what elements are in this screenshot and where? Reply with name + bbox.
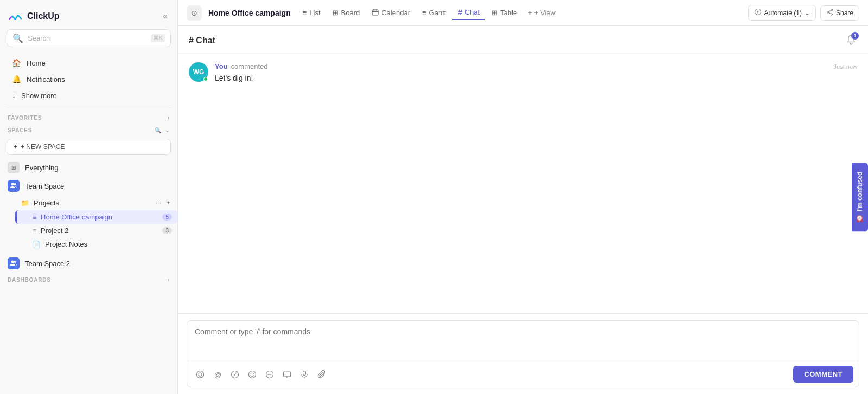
chat-tab-label: Chat [465,8,480,16]
table-tab-icon: ⊞ [492,9,497,17]
doc-icon: 📄 [33,241,41,248]
message-author: You [215,62,228,70]
sidebar-item-notifications[interactable]: 🔔 Notifications [7,71,171,87]
comment-submit-button[interactable]: COMMENT [793,366,853,383]
breadcrumb-title: Home Office campaign [208,9,291,17]
svg-rect-26 [303,371,306,375]
spaces-label: SPACES [8,127,32,133]
svg-rect-23 [284,372,291,377]
sidebar-item-home-office-campaign[interactable]: ≡ Home Office campaign 5 [15,210,177,224]
message-row: WG You commented Just now Let's dig in! [189,62,857,84]
share-button[interactable]: Share [820,5,859,21]
sidebar-item-show-more[interactable]: ↓ Show more [7,87,171,104]
tab-board[interactable]: ⊞ Board [327,6,366,20]
svg-point-2 [11,261,14,263]
tab-add-view[interactable]: + + View [524,6,560,20]
sidebar-collapse-button[interactable]: « [161,9,170,23]
chat-header-row: # Chat 1 [178,26,868,54]
spaces-chevron-icon[interactable]: ⌄ [165,127,170,133]
dashboards-expand-icon: › [168,277,170,283]
breadcrumb-icon: ⊙ [187,5,202,21]
tab-gantt[interactable]: ≡ Gantt [417,6,451,20]
strikethrough-button[interactable] [262,368,277,381]
search-shortcut: ⌘K [151,34,165,42]
confused-label: I'm confused [856,171,864,211]
chat-container: # Chat 1 WG You commented [178,26,868,394]
search-bar[interactable]: 🔍 Search ⌘K [7,29,171,47]
message-time: Just now [834,63,857,70]
gantt-tab-label: Gantt [429,9,446,17]
svg-point-20 [253,373,254,374]
automate-button[interactable]: Automate (1) ⌄ [748,5,816,21]
confused-button[interactable]: ⏰ I'm confused [852,163,868,231]
projects-folder[interactable]: 📁 Projects ··· + [15,195,177,210]
message-text: Let's dig in! [215,73,857,84]
sidebar-item-project-notes[interactable]: 📄 Project Notes [15,237,177,251]
slash-command-button[interactable] [227,368,242,381]
sidebar-item-home[interactable]: 🏠 Home [7,55,171,71]
search-icon: 🔍 [12,33,23,43]
folder-add-btn[interactable]: + [165,198,172,208]
sidebar: ClickUp « 🔍 Search ⌘K 🏠 Home 🔔 Notificat… [0,0,178,394]
sidebar-nav: 🏠 Home 🔔 Notifications ↓ Show more [0,53,177,106]
chat-input-toolbar: @ [187,361,859,387]
favorites-expand-icon[interactable]: › [168,115,170,121]
message-meta: You commented Just now [215,62,857,70]
chevron-down-icon: ↓ [12,91,16,100]
spaces-header-actions: 🔍 ⌄ [155,127,170,133]
add-view-icon: + [528,9,532,17]
projects-folder-label: Projects [34,199,59,207]
top-bar: ⊙ Home Office campaign ≡ List ⊞ Board Ca… [178,0,868,26]
team-space-icon [8,180,20,192]
spaces-search-icon[interactable]: 🔍 [155,127,162,133]
sidebar-item-notifications-label: Notifications [27,75,65,83]
chat-messages: WG You commented Just now Let's dig in! [178,54,868,313]
automate-label: Automate (1) [764,9,802,17]
topbar-actions: Automate (1) ⌄ Share [748,5,859,21]
attachment-button[interactable] [314,368,329,381]
svg-line-12 [828,10,831,12]
sidebar-item-team-space2[interactable]: Team Space 2 [0,254,177,273]
chat-bell-container[interactable]: 1 [845,34,857,48]
sidebar-header: ClickUp « [0,0,177,29]
svg-point-19 [251,373,252,374]
screen-button[interactable] [279,368,295,381]
folder-more-btn[interactable]: ··· [154,198,163,208]
svg-point-1 [14,183,16,185]
sidebar-item-team-space[interactable]: Team Space [0,177,177,195]
tab-chat[interactable]: # Chat [452,5,485,20]
sidebar-item-everything[interactable]: ⊞ Everything [0,158,177,177]
tab-list[interactable]: ≡ List [297,6,326,20]
sidebar-item-home-label: Home [27,59,46,67]
sidebar-item-project2[interactable]: ≡ Project 2 3 [15,224,177,237]
new-space-button[interactable]: + + NEW SPACE [7,139,171,155]
favorites-label: FAVORITES [8,115,42,121]
gantt-tab-icon: ≡ [422,9,426,17]
microphone-button[interactable] [297,368,312,381]
table-tab-label: Table [500,9,517,17]
attach-mention-button[interactable] [193,368,208,381]
notification-badge: 1 [851,32,859,40]
tab-calendar[interactable]: Calendar [366,6,416,20]
favorites-section-header: FAVORITES › [0,111,177,123]
at-mention-button[interactable]: @ [210,368,225,381]
dashboards-label: DASHBOARDS [8,277,51,283]
home-icon: 🏠 [12,59,21,67]
team-space2-icon [8,257,20,269]
svg-line-13 [828,12,831,14]
emoji-button[interactable] [245,368,260,381]
dashboards-section-header[interactable]: DASHBOARDS › [0,273,177,285]
folder-icon: 📁 [21,199,29,207]
message-action: commented [231,62,268,70]
svg-point-14 [199,373,202,376]
chat-title: # Chat [189,36,215,46]
list-icon-2: ≡ [33,227,36,235]
home-office-label: Home Office campaign [41,213,112,221]
divider [7,108,171,108]
new-space-label: + NEW SPACE [21,143,65,151]
chat-input[interactable] [187,321,859,359]
tab-table[interactable]: ⊞ Table [486,6,522,20]
team-space2-label: Team Space 2 [25,260,70,268]
calendar-tab-label: Calendar [381,9,410,17]
list-tab-label: List [309,9,320,17]
